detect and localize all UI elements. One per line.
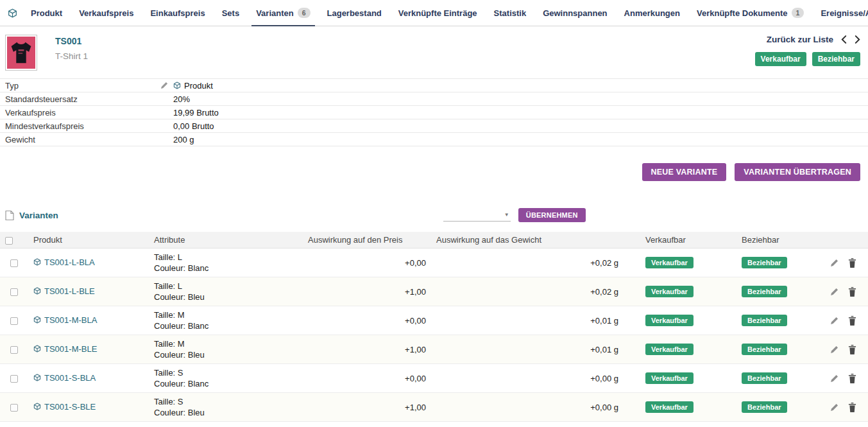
- delete-variant-icon[interactable]: [848, 316, 856, 326]
- tab-lagerbestand[interactable]: Lagerbestand: [319, 0, 390, 26]
- row-checkbox[interactable]: [10, 317, 18, 325]
- tab-label: Ereignisse/Agenda: [821, 8, 868, 18]
- select-all-checkbox[interactable]: [5, 237, 13, 245]
- variant-ref-link[interactable]: TS001-M-BLA: [33, 315, 97, 325]
- price-impact: +0,00: [303, 364, 431, 393]
- attribute-color: Couleur: Bleu: [154, 349, 298, 360]
- delete-variant-icon[interactable]: [848, 258, 856, 268]
- delete-variant-icon[interactable]: [848, 374, 856, 383]
- column-header-weight-impact: Auswirkung auf das Gewicht: [431, 232, 624, 248]
- back-to-list-link[interactable]: Zurück zur Liste: [767, 35, 833, 44]
- info-label-text: Mindestverkaufspreis: [5, 121, 84, 131]
- sell-status-badge: Verkaufbar: [645, 401, 694, 413]
- delete-variant-icon[interactable]: [848, 345, 856, 354]
- buy-status-badge: Beziehbar: [742, 344, 787, 355]
- info-label-text: Standardsteuersatz: [5, 94, 78, 104]
- info-value-text: 19,99 Brutto: [173, 108, 219, 118]
- buy-status-badge: Beziehbar: [742, 372, 787, 384]
- product-thumbnail[interactable]: [5, 35, 37, 71]
- tab-label: Lagerbestand: [327, 8, 382, 18]
- variant-row: TS001-S-BLA Taille: S Couleur: Blanc +0,…: [0, 364, 868, 393]
- row-checkbox[interactable]: [10, 346, 18, 354]
- variant-ref-link[interactable]: TS001-S-BLE: [33, 402, 96, 412]
- edit-variant-icon[interactable]: [830, 259, 838, 267]
- header-right: Zurück zur Liste VerkaufbarBeziehbar: [755, 35, 860, 72]
- delete-variant-icon[interactable]: [848, 403, 856, 412]
- info-value: Produkt: [173, 81, 213, 91]
- new-variant-button[interactable]: NEUE VARIANTE: [642, 163, 727, 181]
- tab-list: ProduktVerkaufspreisEinkaufspreisSetsVar…: [22, 0, 868, 26]
- sell-status-badge: Verkaufbar: [645, 286, 694, 297]
- row-checkbox[interactable]: [10, 259, 18, 267]
- variants-table-header-row: Produkt Attribute Auswirkung auf den Pre…: [0, 232, 868, 248]
- info-row-type: Typ Produkt: [0, 79, 868, 92]
- tab-sets[interactable]: Sets: [214, 0, 248, 26]
- variants-section-header: Varianten ▼ ÜBERNEHMEN: [5, 208, 863, 222]
- product-titles: TS001 T-Shirt 1: [55, 35, 88, 72]
- info-label: Typ: [5, 81, 173, 91]
- info-row-vat: Standardsteuersatz 20%: [0, 92, 868, 106]
- next-record-icon[interactable]: [855, 35, 860, 44]
- delete-variant-icon[interactable]: [848, 287, 856, 297]
- variant-bulk-select[interactable]: ▼: [443, 209, 511, 222]
- info-value-text: 0,00 Brutto: [173, 121, 214, 131]
- row-checkbox[interactable]: [10, 288, 18, 296]
- tab-verkn-pfte-eintr-ge[interactable]: Verknüpfte Einträge: [390, 0, 486, 26]
- product-cube-icon: [173, 82, 181, 89]
- weight-impact: +0,00 g: [431, 393, 624, 422]
- status-badge-verkaufbar: Verkaufbar: [755, 52, 806, 66]
- tab-einkaufspreis[interactable]: Einkaufspreis: [142, 0, 213, 26]
- weight-impact: +0,02 g: [431, 277, 624, 306]
- weight-impact: +0,01 g: [431, 335, 624, 364]
- product-cube-icon: [33, 316, 41, 324]
- edit-variant-icon[interactable]: [830, 403, 838, 412]
- tab-gewinnspannen[interactable]: Gewinnspannen: [534, 0, 615, 26]
- edit-variant-icon[interactable]: [830, 317, 838, 325]
- variant-ref-link[interactable]: TS001-L-BLE: [33, 286, 95, 296]
- action-buttons: NEUE VARIANTE VARIANTEN ÜBERTRAGEN: [0, 163, 860, 181]
- tab-label: Anmerkungen: [624, 8, 680, 18]
- tab-label: Gewinnspannen: [543, 8, 607, 18]
- column-header-actions: [810, 232, 868, 248]
- row-checkbox[interactable]: [10, 404, 18, 412]
- back-navigation: Zurück zur Liste: [755, 35, 860, 44]
- row-checkbox[interactable]: [10, 375, 18, 383]
- tab-varianten[interactable]: Varianten6: [248, 0, 318, 26]
- edit-type-icon[interactable]: [160, 82, 168, 89]
- column-header-attributes: Attribute: [149, 232, 303, 248]
- weight-impact: +0,01 g: [431, 306, 624, 335]
- variant-ref-link[interactable]: TS001-M-BLE: [33, 344, 97, 354]
- tab-statistik[interactable]: Statistik: [486, 0, 535, 26]
- info-value-text: 20%: [173, 94, 190, 104]
- tab-produkt[interactable]: Produkt: [22, 0, 71, 26]
- edit-variant-icon[interactable]: [830, 288, 838, 296]
- edit-variant-icon[interactable]: [830, 345, 838, 354]
- attribute-color: Couleur: Blanc: [154, 378, 298, 389]
- chevron-down-icon: ▼: [504, 212, 509, 218]
- variant-ref-link[interactable]: TS001-L-BLA: [33, 257, 95, 267]
- tab-ereignisse-agenda[interactable]: Ereignisse/Agenda: [812, 0, 868, 26]
- variants-table-body: TS001-L-BLA Taille: L Couleur: Blanc +0,…: [0, 248, 868, 422]
- variants-section-title: Varianten: [19, 211, 58, 220]
- sell-status-badge: Verkaufbar: [645, 344, 694, 355]
- previous-record-icon[interactable]: [841, 35, 847, 44]
- transfer-variants-button[interactable]: VARIANTEN ÜBERTRAGEN: [735, 163, 860, 181]
- price-impact: +1,00: [303, 277, 431, 306]
- sell-status-badge: Verkaufbar: [645, 372, 694, 384]
- attribute-size: Taille: L: [154, 252, 298, 263]
- attribute-color: Couleur: Blanc: [154, 263, 298, 274]
- info-value-text: 200 g: [173, 135, 194, 144]
- edit-variant-icon[interactable]: [830, 374, 838, 383]
- tab-verkaufspreis[interactable]: Verkaufspreis: [71, 0, 142, 26]
- attribute-size: Taille: L: [154, 281, 298, 292]
- variant-ref-link[interactable]: TS001-S-BLA: [33, 373, 96, 383]
- product-cube-icon: [33, 258, 41, 266]
- tab-verkn-pfte-dokumente[interactable]: Verknüpfte Dokumente1: [688, 0, 812, 26]
- tab-anmerkungen[interactable]: Anmerkungen: [616, 0, 688, 26]
- weight-impact: +0,02 g: [431, 248, 624, 277]
- product-cube-icon: [33, 345, 41, 353]
- price-impact: +0,00: [303, 306, 431, 335]
- tab-label: Produkt: [31, 8, 62, 18]
- apply-button[interactable]: ÜBERNEHMEN: [518, 208, 586, 222]
- product-cube-icon: [8, 8, 17, 18]
